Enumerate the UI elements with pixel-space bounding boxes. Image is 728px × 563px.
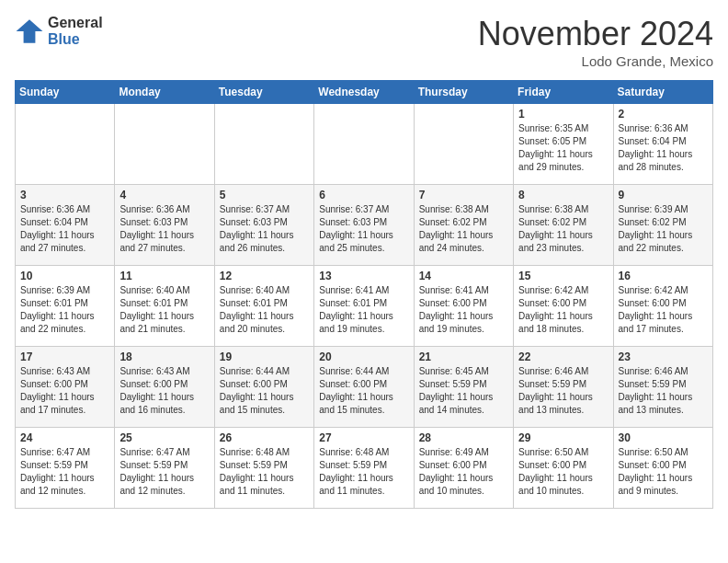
day-number: 8 <box>518 189 608 201</box>
calendar-cell <box>414 104 513 185</box>
day-number: 15 <box>518 270 608 282</box>
calendar-cell: 2Sunrise: 6:36 AM Sunset: 6:04 PM Daylig… <box>613 104 712 185</box>
day-number: 6 <box>319 189 408 201</box>
day-number: 10 <box>20 270 109 282</box>
day-number: 3 <box>20 189 109 201</box>
day-info: Sunrise: 6:36 AM Sunset: 6:04 PM Dayligh… <box>20 203 109 255</box>
day-number: 28 <box>419 431 508 444</box>
calendar-week-3: 10Sunrise: 6:39 AM Sunset: 6:01 PM Dayli… <box>16 266 713 347</box>
calendar-cell: 21Sunrise: 6:45 AM Sunset: 5:59 PM Dayli… <box>414 347 513 428</box>
weekday-header-saturday: Saturday <box>613 81 712 104</box>
calendar-cell: 18Sunrise: 6:43 AM Sunset: 6:00 PM Dayli… <box>115 347 214 428</box>
calendar-header-row: SundayMondayTuesdayWednesdayThursdayFrid… <box>16 81 713 104</box>
calendar-cell: 14Sunrise: 6:41 AM Sunset: 6:00 PM Dayli… <box>414 266 513 347</box>
day-number: 19 <box>220 350 309 363</box>
day-number: 13 <box>319 270 408 282</box>
weekday-header-friday: Friday <box>514 81 613 104</box>
day-number: 26 <box>220 431 309 444</box>
day-info: Sunrise: 6:46 AM Sunset: 5:59 PM Dayligh… <box>619 365 708 417</box>
calendar-cell: 5Sunrise: 6:37 AM Sunset: 6:03 PM Daylig… <box>214 185 313 266</box>
calendar-cell: 12Sunrise: 6:40 AM Sunset: 6:01 PM Dayli… <box>214 266 313 347</box>
calendar-cell: 17Sunrise: 6:43 AM Sunset: 6:00 PM Dayli… <box>16 347 115 428</box>
calendar-cell: 7Sunrise: 6:38 AM Sunset: 6:02 PM Daylig… <box>414 185 513 266</box>
calendar-week-4: 17Sunrise: 6:43 AM Sunset: 6:00 PM Dayli… <box>16 347 713 428</box>
weekday-header-sunday: Sunday <box>16 81 115 104</box>
calendar-cell: 15Sunrise: 6:42 AM Sunset: 6:00 PM Dayli… <box>514 266 613 347</box>
day-info: Sunrise: 6:40 AM Sunset: 6:01 PM Dayligh… <box>119 284 209 336</box>
day-info: Sunrise: 6:37 AM Sunset: 6:03 PM Dayligh… <box>319 203 408 255</box>
day-info: Sunrise: 6:38 AM Sunset: 6:02 PM Dayligh… <box>419 203 508 255</box>
day-info: Sunrise: 6:50 AM Sunset: 6:00 PM Dayligh… <box>619 446 708 498</box>
day-number: 20 <box>319 350 408 363</box>
calendar-cell: 27Sunrise: 6:48 AM Sunset: 5:59 PM Dayli… <box>314 428 414 509</box>
calendar-week-5: 24Sunrise: 6:47 AM Sunset: 5:59 PM Dayli… <box>16 428 713 509</box>
day-info: Sunrise: 6:46 AM Sunset: 5:59 PM Dayligh… <box>518 365 608 417</box>
day-number: 12 <box>220 270 309 282</box>
day-info: Sunrise: 6:43 AM Sunset: 6:00 PM Dayligh… <box>119 365 209 417</box>
day-number: 11 <box>119 270 209 282</box>
day-info: Sunrise: 6:39 AM Sunset: 6:01 PM Dayligh… <box>20 284 109 336</box>
calendar-cell <box>314 104 414 185</box>
day-info: Sunrise: 6:44 AM Sunset: 6:00 PM Dayligh… <box>220 365 309 417</box>
calendar-cell: 16Sunrise: 6:42 AM Sunset: 6:00 PM Dayli… <box>613 266 712 347</box>
day-info: Sunrise: 6:35 AM Sunset: 6:05 PM Dayligh… <box>518 122 608 174</box>
day-info: Sunrise: 6:47 AM Sunset: 5:59 PM Dayligh… <box>20 446 109 498</box>
calendar-cell <box>16 104 115 185</box>
day-number: 7 <box>419 189 508 201</box>
location: Lodo Grande, Mexico <box>478 53 713 69</box>
day-number: 18 <box>119 350 209 363</box>
day-number: 24 <box>20 431 109 444</box>
day-info: Sunrise: 6:41 AM Sunset: 6:01 PM Dayligh… <box>319 284 408 336</box>
weekday-header-thursday: Thursday <box>414 81 513 104</box>
calendar-cell <box>214 104 313 185</box>
day-number: 27 <box>319 431 408 444</box>
svg-marker-0 <box>17 19 43 43</box>
weekday-header-monday: Monday <box>115 81 214 104</box>
day-info: Sunrise: 6:48 AM Sunset: 5:59 PM Dayligh… <box>319 446 408 498</box>
day-info: Sunrise: 6:50 AM Sunset: 6:00 PM Dayligh… <box>518 446 608 498</box>
calendar-cell: 22Sunrise: 6:46 AM Sunset: 5:59 PM Dayli… <box>514 347 613 428</box>
month-title: November 2024 <box>478 15 713 53</box>
day-info: Sunrise: 6:43 AM Sunset: 6:00 PM Dayligh… <box>20 365 109 417</box>
calendar-cell: 24Sunrise: 6:47 AM Sunset: 5:59 PM Dayli… <box>16 428 115 509</box>
title-block: November 2024 Lodo Grande, Mexico <box>478 15 713 69</box>
day-info: Sunrise: 6:42 AM Sunset: 6:00 PM Dayligh… <box>518 284 608 336</box>
calendar-week-1: 1Sunrise: 6:35 AM Sunset: 6:05 PM Daylig… <box>16 104 713 185</box>
day-info: Sunrise: 6:44 AM Sunset: 6:00 PM Dayligh… <box>319 365 408 417</box>
day-number: 29 <box>518 431 608 444</box>
calendar-cell: 9Sunrise: 6:39 AM Sunset: 6:02 PM Daylig… <box>613 185 712 266</box>
calendar-cell: 4Sunrise: 6:36 AM Sunset: 6:03 PM Daylig… <box>115 185 214 266</box>
calendar-cell: 26Sunrise: 6:48 AM Sunset: 5:59 PM Dayli… <box>214 428 313 509</box>
calendar-cell: 19Sunrise: 6:44 AM Sunset: 6:00 PM Dayli… <box>214 347 313 428</box>
calendar-cell <box>115 104 214 185</box>
calendar-cell: 11Sunrise: 6:40 AM Sunset: 6:01 PM Dayli… <box>115 266 214 347</box>
calendar-cell: 13Sunrise: 6:41 AM Sunset: 6:01 PM Dayli… <box>314 266 414 347</box>
day-info: Sunrise: 6:36 AM Sunset: 6:04 PM Dayligh… <box>619 122 708 174</box>
weekday-header-tuesday: Tuesday <box>214 81 313 104</box>
calendar-cell: 28Sunrise: 6:49 AM Sunset: 6:00 PM Dayli… <box>414 428 513 509</box>
day-info: Sunrise: 6:37 AM Sunset: 6:03 PM Dayligh… <box>220 203 309 255</box>
day-number: 5 <box>220 189 309 201</box>
calendar-cell: 6Sunrise: 6:37 AM Sunset: 6:03 PM Daylig… <box>314 185 414 266</box>
calendar-cell: 23Sunrise: 6:46 AM Sunset: 5:59 PM Dayli… <box>613 347 712 428</box>
day-number: 14 <box>419 270 508 282</box>
day-number: 4 <box>119 189 209 201</box>
day-info: Sunrise: 6:49 AM Sunset: 6:00 PM Dayligh… <box>419 446 508 498</box>
day-number: 1 <box>518 108 608 121</box>
calendar-cell: 29Sunrise: 6:50 AM Sunset: 6:00 PM Dayli… <box>514 428 613 509</box>
day-number: 22 <box>518 350 608 363</box>
calendar-cell: 10Sunrise: 6:39 AM Sunset: 6:01 PM Dayli… <box>16 266 115 347</box>
day-info: Sunrise: 6:41 AM Sunset: 6:00 PM Dayligh… <box>419 284 508 336</box>
logo-blue-text: Blue <box>48 31 103 48</box>
calendar-cell: 1Sunrise: 6:35 AM Sunset: 6:05 PM Daylig… <box>514 104 613 185</box>
calendar-week-2: 3Sunrise: 6:36 AM Sunset: 6:04 PM Daylig… <box>16 185 713 266</box>
day-info: Sunrise: 6:38 AM Sunset: 6:02 PM Dayligh… <box>518 203 608 255</box>
day-number: 30 <box>619 431 708 444</box>
day-info: Sunrise: 6:40 AM Sunset: 6:01 PM Dayligh… <box>220 284 309 336</box>
calendar-cell: 25Sunrise: 6:47 AM Sunset: 5:59 PM Dayli… <box>115 428 214 509</box>
logo-icon <box>15 17 44 46</box>
calendar-table: SundayMondayTuesdayWednesdayThursdayFrid… <box>15 80 713 509</box>
day-info: Sunrise: 6:36 AM Sunset: 6:03 PM Dayligh… <box>119 203 209 255</box>
day-number: 9 <box>619 189 708 201</box>
day-info: Sunrise: 6:42 AM Sunset: 6:00 PM Dayligh… <box>619 284 708 336</box>
